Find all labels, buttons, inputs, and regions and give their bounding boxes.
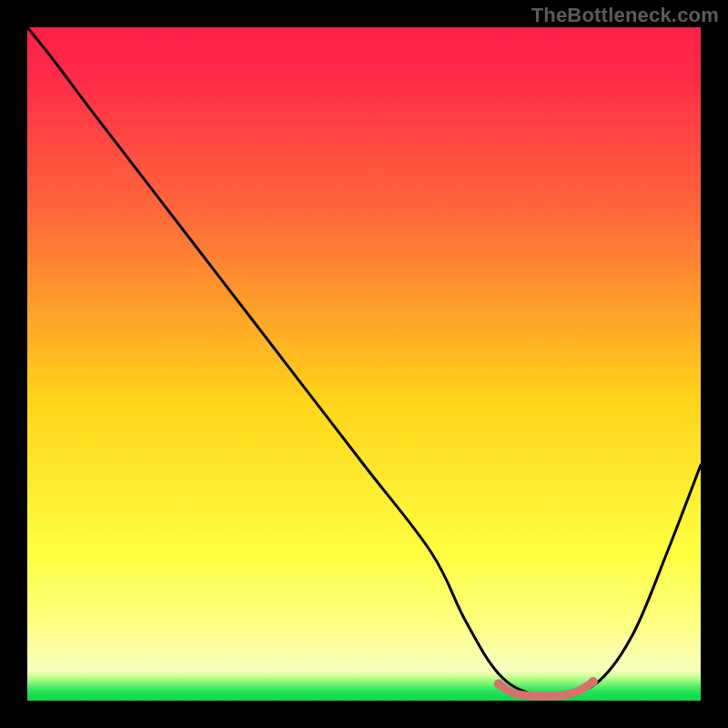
chart-frame: TheBottleneck.com (0, 0, 728, 728)
plot-area (27, 27, 701, 701)
bottleneck-curve (27, 27, 701, 696)
optimal-band-marker (499, 682, 593, 696)
watermark-text: TheBottleneck.com (531, 4, 719, 27)
curve-layer (27, 27, 701, 701)
optimal-band-end (588, 677, 597, 686)
optimal-band-start (494, 679, 503, 688)
